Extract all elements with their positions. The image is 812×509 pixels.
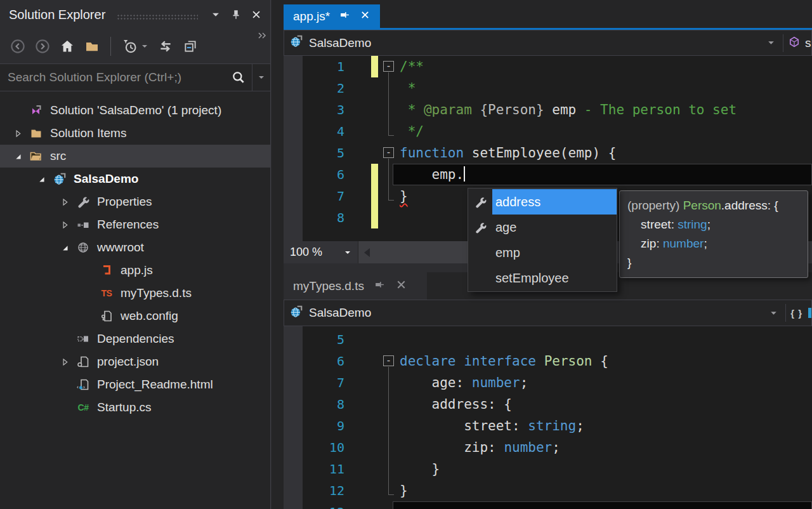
tree-item-solution-salsademo-1-project[interactable]: Solution 'SalsaDemo' (1 project) — [0, 99, 270, 122]
pin-icon[interactable] — [228, 7, 244, 22]
completion-item-address[interactable]: address — [468, 189, 617, 215]
line-number: 11 — [284, 458, 353, 480]
fold-guide — [388, 367, 389, 372]
line-number: 6 — [284, 164, 353, 185]
tree-item-startup-cs[interactable]: C#Startup.cs — [0, 396, 270, 419]
outlining-margin: - — [379, 350, 400, 372]
pending-changes-filter-icon[interactable] — [122, 38, 148, 55]
search-input[interactable]: Search Solution Explorer (Ctrl+;) — [0, 70, 225, 84]
drag-grip[interactable] — [117, 14, 198, 20]
change-bar-spacer — [371, 393, 378, 415]
fold-guide-corner — [388, 494, 394, 495]
tree-item-mytypes-d-ts[interactable]: TSmyTypes.d.ts — [0, 282, 270, 305]
change-bar-spacer — [371, 329, 378, 350]
expander-collapsed-icon[interactable] — [56, 358, 74, 366]
expander-expanded-icon[interactable] — [9, 152, 27, 161]
tree-item-wwwroot[interactable]: wwwroot — [0, 236, 270, 259]
project-dropdown[interactable]: SalsaDemo — [289, 305, 766, 322]
tree-item-salsademo[interactable]: SalsaDemo — [0, 168, 270, 190]
show-all-files-icon[interactable] — [84, 39, 100, 54]
config-file-icon — [97, 310, 116, 322]
navbar-separator — [785, 304, 786, 322]
fold-guide — [388, 415, 389, 437]
solution-explorer-toolbar — [0, 29, 270, 63]
change-bar-spacer — [371, 142, 378, 164]
fold-toggle-icon[interactable]: - — [383, 355, 394, 366]
outlining-margin — [379, 501, 400, 509]
member-dropdown-label[interactable]: s — [805, 36, 811, 50]
tree-item-solution-items[interactable]: Solution Items — [0, 122, 270, 145]
expander-expanded-icon[interactable] — [32, 175, 50, 183]
code-text: street: string; — [400, 415, 584, 437]
tree-item-project-json[interactable]: project.json — [0, 350, 270, 373]
close-icon[interactable] — [249, 7, 264, 22]
references-icon — [74, 218, 93, 231]
json-file-icon — [74, 355, 93, 368]
collapse-all-icon[interactable] — [183, 39, 198, 54]
home-icon[interactable] — [60, 39, 75, 54]
pin-icon[interactable] — [339, 10, 350, 23]
code-line-2: 2 * — [284, 77, 812, 99]
line-number: 10 — [284, 437, 353, 458]
sync-with-active-document-icon[interactable] — [158, 39, 173, 54]
change-bar-spacer — [371, 501, 378, 509]
tab-app-js[interactable]: app.js* — [284, 4, 380, 28]
tree-item-dependencies[interactable]: Dependencies — [0, 327, 270, 350]
pin-icon[interactable] — [374, 279, 385, 293]
tree-item-src[interactable]: src — [0, 145, 270, 168]
line-number: 2 — [284, 77, 353, 99]
tab-label: myTypes.d.ts — [293, 279, 364, 293]
code-text: address: { — [400, 393, 512, 415]
line-number: 7 — [284, 372, 353, 393]
fold-guide-corner — [388, 135, 394, 136]
back-icon[interactable] — [10, 39, 25, 54]
quick-info-line: zip: number; — [627, 234, 800, 253]
search-box[interactable]: Search Solution Explorer (Ctrl+;) — [0, 63, 270, 91]
toolbar-overflow-icon[interactable] — [257, 31, 267, 43]
tab-mytypes[interactable]: myTypes.d.ts — [284, 272, 427, 300]
tree-item-project-readme-html[interactable]: Project_Readme.html — [0, 373, 270, 396]
tree-item-properties[interactable]: Properties — [0, 190, 270, 213]
tree-item-label: myTypes.d.ts — [121, 286, 192, 300]
chevron-down-icon — [344, 249, 351, 256]
expander-collapsed-icon[interactable] — [9, 129, 27, 138]
fold-guide — [388, 372, 389, 393]
tab-label: app.js* — [293, 10, 330, 23]
close-icon[interactable] — [360, 10, 370, 23]
code-editor-mytypes[interactable]: 56-declare interface Person {7 age: numb… — [284, 326, 812, 509]
code-line-3: 3 * @param {Person} emp - The person to … — [284, 99, 812, 121]
chevron-down-icon[interactable] — [766, 305, 781, 321]
panel-splitter[interactable] — [272, 0, 284, 509]
outlining-margin — [379, 480, 400, 501]
close-icon[interactable] — [395, 279, 407, 294]
tree-item-references[interactable]: References — [0, 213, 270, 236]
expander-expanded-icon[interactable] — [56, 244, 74, 252]
scroll-left-icon[interactable] — [364, 248, 370, 257]
completion-item-emp[interactable]: emp — [468, 240, 617, 265]
navbar-separator — [783, 34, 783, 52]
quick-info-line: (property) Person.address: { — [627, 196, 800, 215]
expander-collapsed-icon[interactable] — [56, 221, 74, 229]
completion-item-setemployee[interactable]: setEmployee — [468, 265, 617, 291]
fold-toggle-icon[interactable]: - — [383, 147, 394, 158]
code-text: function setEmployee(emp) { — [400, 142, 616, 164]
tree-item-app-js[interactable]: app.js — [0, 259, 270, 282]
tree-item-web-config[interactable]: web.config — [0, 305, 270, 327]
code-line-6: 6 emp. — [284, 164, 812, 185]
solution-explorer-panel: Solution Explorer Search Solution Ex — [0, 0, 271, 509]
completion-icon-spacer — [468, 240, 492, 265]
search-dropdown-icon[interactable] — [252, 64, 270, 91]
code-text: zip: number; — [400, 437, 560, 458]
search-icon[interactable] — [225, 64, 252, 91]
zoom-selector[interactable]: 100 % — [284, 241, 358, 263]
fold-toggle-icon[interactable]: - — [383, 61, 394, 72]
panel-title-bar[interactable]: Solution Explorer — [0, 0, 270, 29]
completion-item-age[interactable]: age — [468, 215, 617, 240]
window-position-icon[interactable] — [208, 7, 223, 22]
forward-icon[interactable] — [35, 39, 50, 54]
project-dropdown[interactable]: SalsaDemo — [289, 34, 763, 51]
change-tracking-bar — [371, 164, 378, 185]
expander-collapsed-icon[interactable] — [56, 198, 74, 206]
clipped-icon — [808, 308, 811, 318]
chevron-down-icon[interactable] — [763, 36, 778, 51]
